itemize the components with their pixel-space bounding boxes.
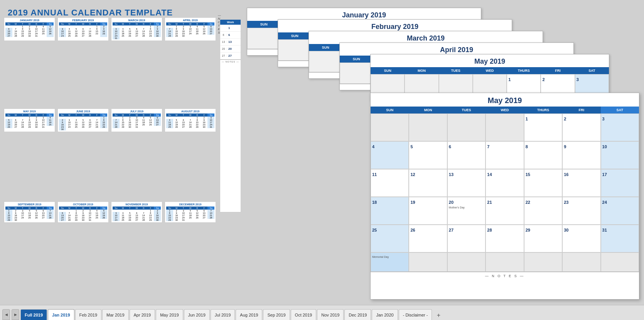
weekly-view: Week 1 6 6 13 13 20 20 27 27 — [220,19,241,212]
small-cal-oct: OCTOBER 2019 SuMTWRFSa 12345 6789101112 … [57,201,109,223]
small-cal-dec: DECEMBER 2019 SuMTWRFSa 1234567 89101112… [165,201,216,223]
may-card-header: SUN MON TUES WED THURS FRI SAT [371,107,639,113]
small-cal-apr: APRIL 2019 SuMTWRFSa 123456 78910111213 … [165,17,216,41]
tab-bar: ◀ ▶ Full 2019 Jan 2019 Feb 2019 Mar 2019… [0,305,644,320]
tab-jun2019[interactable]: Jun 2019 [184,309,210,320]
may-large-title: May 2019 [371,54,609,67]
small-cals-area: JANUARY 2019 SuMTWRFSa 12345 6789101112 … [4,17,216,223]
may-week1: 1 2 3 [371,113,639,141]
tab-feb2019[interactable]: Feb 2019 [75,309,101,320]
tab-full2019[interactable]: Full 2019 [20,309,47,320]
small-cal-feb: FEBRUARY 2019 SuMTWRFSa 12 3456789 10111… [57,17,109,41]
may-large-header: SUNMONTUESWEDTHURSFRISAT [371,67,609,74]
tab-may2019[interactable]: May 2019 [156,309,183,320]
tab-add-button[interactable]: + [434,311,443,320]
may2019-main-card: May 2019 SUN MON TUES WED THURS FRI SAT … [370,93,639,300]
tab-next-button[interactable]: ▶ [12,309,19,320]
may-week4: 18 19 20Mother's Day 21 22 23 24 [371,197,639,225]
may-week3: 11 12 13 14 15 16 17 [371,169,639,197]
may-week6: Memorial Day [371,252,639,272]
tab-nov2019[interactable]: Nov 2019 [317,309,344,320]
may-card-title: May 2019 [371,93,639,107]
tab-prev-button[interactable]: ◀ [2,309,10,320]
small-cal-sep: SEPTEMBER 2019 SuMTWRFSa 1234567 8910111… [4,201,55,223]
tab-jan2020[interactable]: Jan 2020 [372,309,398,320]
tab-sep2019[interactable]: Sep 2019 [263,309,290,320]
may-notes-label: — N O T E S — [371,272,639,280]
may-week5: 25 26 27 28 29 30 31 [371,225,639,252]
small-cal-mar: MARCH 2019 SuMTWRFSa 12 3456789 10111213… [111,17,162,41]
small-cal-nov: NOVEMBER 2019 SuMTWRFSa 12 3456789 10111… [111,201,162,223]
tab-jul2019[interactable]: Jul 2019 [211,309,235,320]
small-cal-jul: JULY 2019 SuMTWRFSa 123456 78910111213 1… [111,108,162,132]
may-week1b: 4 5 6 7 8 9 10 [371,141,639,169]
small-cal-jun: JUNE 2019 SuMTWRFSa 1 2345678 9101112131… [57,108,109,132]
tab-mar2019[interactable]: Mar 2019 [102,309,128,320]
tab-apr2019[interactable]: Apr 2019 [130,309,155,320]
small-cal-aug: AUGUST 2019 SuMTWRFSa 123 45678910 11121… [165,108,216,132]
tab-jan2019[interactable]: Jan 2019 [48,309,74,320]
small-cal-may: MAY 2019 SuMTWRFSa 1234 567891011 121314… [4,108,55,132]
tab-oct2019[interactable]: Oct 2019 [291,309,317,320]
tab-aug2019[interactable]: Aug 2019 [236,309,262,320]
tab-dec2019[interactable]: Dec 2019 [344,309,371,320]
small-cal-jan: JANUARY 2019 SuMTWRFSa 12345 6789101112 … [4,17,55,41]
main-area: 2019 ANNUAL CALENDAR TEMPLATE January 20… [0,0,644,305]
tab-disclaimer[interactable]: - Disclaimer - [399,309,432,320]
